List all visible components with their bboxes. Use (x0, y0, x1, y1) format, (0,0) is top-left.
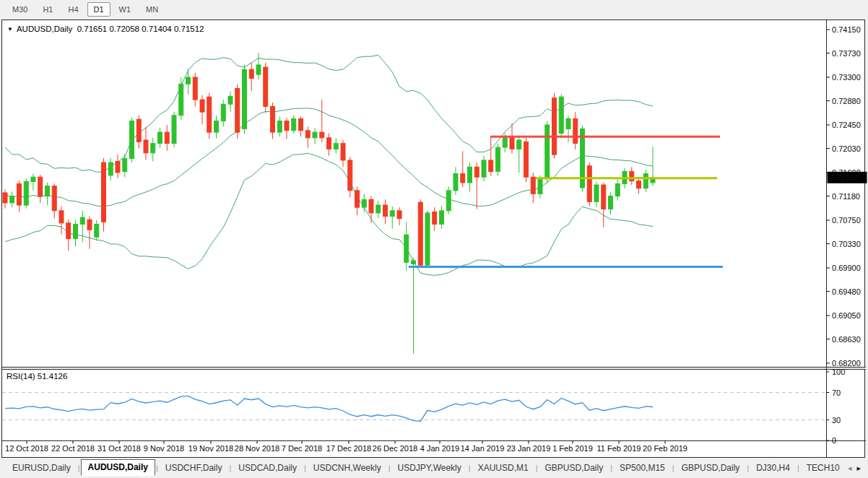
tab-scroll-arrows: ◂ ▸ (848, 464, 868, 473)
rsi-indicator-label: RSI(14) 51.4126 (6, 372, 67, 381)
tab-scroll-left-icon[interactable]: ◂ (848, 464, 852, 473)
chart-ohlc-numbers: 0.71651 0.72058 0.71404 0.71512 (77, 25, 204, 33)
chart-symbol-label: AUDUSD,Daily (17, 25, 72, 33)
chart-dropdown-icon[interactable]: ▼ (7, 26, 13, 32)
tab-audusd-daily[interactable]: AUDUSD,Daily (81, 459, 155, 476)
symbol-tabbar: EURUSD,Daily|AUDUSD,Daily|USDCHF,Daily|U… (0, 459, 868, 477)
tab-gbpusd-daily[interactable]: GBPUSD,Daily (539, 461, 610, 476)
timeframe-toolbar: M30H1H4D1W1MN (0, 0, 868, 19)
tab-eurusd-daily[interactable]: EURUSD,Daily (6, 461, 77, 476)
timeframe-button-D1[interactable]: D1 (87, 2, 110, 17)
tab-usdcnh-weekly[interactable]: USDCNH,Weekly (307, 461, 388, 476)
chart-window (1, 19, 865, 458)
chart-title[interactable]: ▼AUDUSD,Daily 0.71651 0.72058 0.71404 0.… (7, 25, 204, 33)
timeframe-button-MN[interactable]: MN (139, 2, 165, 17)
tab-scroll-right-icon[interactable]: ▸ (856, 464, 861, 473)
timeframe-button-W1[interactable]: W1 (113, 2, 138, 17)
tab-tech10[interactable]: TECH10 (800, 461, 846, 476)
timeframe-button-H1[interactable]: H1 (36, 2, 59, 17)
tab-sp500-m15[interactable]: SP500,M15 (613, 461, 672, 476)
tab-usdjpy-weekly[interactable]: USDJPY,Weekly (391, 461, 468, 476)
timeframe-button-H4[interactable]: H4 (61, 2, 84, 17)
tab-xauusd-m1[interactable]: XAUUSD,M1 (472, 461, 535, 476)
tab-gbpusd-daily[interactable]: GBPUSD,Daily (675, 461, 747, 476)
tab-usdchf-daily[interactable]: USDCHF,Daily (159, 461, 229, 476)
tab-dj30-h4[interactable]: DJ30,H4 (750, 461, 797, 476)
timeframe-button-M30[interactable]: M30 (6, 2, 34, 17)
tab-usdcad-daily[interactable]: USDCAD,Daily (232, 461, 303, 476)
